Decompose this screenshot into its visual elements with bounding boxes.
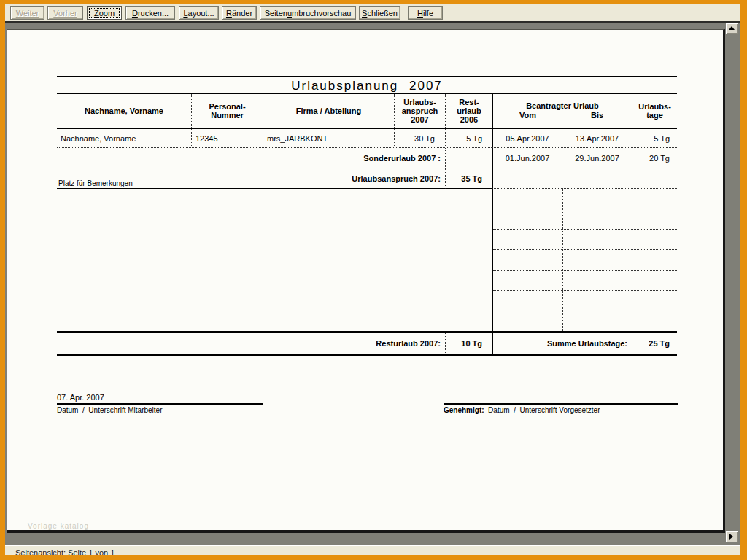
app-window: { "toolbar": { "buttons": [ {"label": "W… [0, 0, 747, 560]
supervisor-caption-text: Datum / Unterschrift Vorgesetzter [484, 406, 600, 414]
help-button[interactable]: Hilfe [408, 6, 443, 20]
header-requested-vacation: Beantragter Urlaub [493, 101, 632, 111]
next-page-button: Weiter [10, 6, 44, 20]
total-vacation-days-label: Summe Urlaubstage: [492, 332, 632, 354]
print-preview-area: Urlaubsplanung 2007 Nachname, Vorname Pe… [5, 23, 740, 545]
up-triangle-icon [729, 26, 735, 30]
header-requested-vacation-group: Beantragter Urlaub Vom Bis [492, 94, 632, 128]
remarks-area [57, 189, 492, 331]
supervisor-signature-caption: Genehmigt: Datum / Unterschrift Vorgeset… [444, 405, 678, 414]
remaining-vacation-value: 10 Tg [445, 332, 492, 354]
empty-vacation-rows [492, 189, 677, 331]
cell-vacation-days: 5 Tg [632, 129, 677, 147]
header-company-department: Firma / Abteilung [263, 94, 394, 128]
empty-cell [632, 168, 677, 189]
supervisor-signature-line [444, 393, 678, 405]
total-vacation-days-value: 25 Tg [632, 332, 677, 354]
vacation-planning-form: Urlaubsplanung 2007 Nachname, Vorname Pe… [57, 76, 677, 356]
header-vacation-days: Urlaubs-tage [632, 94, 677, 128]
remarks-and-empty-rows-section [57, 189, 677, 332]
empty-row [493, 189, 677, 209]
supervisor-signature-block: Genehmigt: Datum / Unterschrift Vorgeset… [444, 393, 678, 414]
scrollbar-up-arrow[interactable] [726, 23, 738, 34]
special-leave-days: 20 Tg [632, 148, 677, 168]
status-bar: Seitenansicht: Seite 1 von 1 [5, 545, 740, 555]
special-leave-value-cell [445, 148, 492, 168]
cell-personnel-number: 12345 [191, 129, 263, 147]
header-entitlement-2007: Urlaubs-anspruch 2007 [394, 94, 445, 128]
print-preview-toolbar: Weiter Vorher Zoom Drucken... Layout... … [5, 4, 740, 21]
header-name: Nachname, Vorname [57, 94, 191, 128]
employee-row: Nachname, Vorname 12345 mrs_JARBKONT 30 … [57, 129, 677, 148]
special-leave-to: 29.Jun.2007 [562, 148, 632, 168]
empty-cell [562, 168, 632, 189]
empty-row [493, 311, 677, 331]
margins-button[interactable]: Ränder [222, 6, 257, 20]
empty-row [493, 291, 677, 311]
status-bar-text: Seitenansicht: Seite 1 von 1 [15, 548, 115, 555]
print-button[interactable]: Drucken... [125, 6, 175, 20]
close-button[interactable]: Schließen [359, 6, 400, 20]
summary-row: Resturlaub 2007: 10 Tg Summe Urlaubstage… [57, 332, 677, 356]
cell-entitlement-2007: 30 Tg [394, 129, 445, 147]
previous-page-button: Vorher [47, 6, 83, 20]
special-leave-label: Sonderurlaub 2007 : [57, 148, 445, 168]
cell-employee-name: Nachname, Vorname [57, 129, 191, 147]
preview-page[interactable]: Urlaubsplanung 2007 Nachname, Vorname Pe… [7, 29, 725, 533]
employee-signature-block: 07. Apr. 2007 Datum / Unterschrift Mitar… [57, 393, 263, 414]
form-title: Urlaubsplanung 2007 [57, 76, 677, 94]
header-carryover-2006: Rest-urlaub 2006 [445, 94, 492, 128]
empty-row [493, 271, 677, 291]
table-header-row: Nachname, Vorname Personal-Nummer Firma … [57, 94, 677, 129]
header-personnel-number: Personal-Nummer [191, 94, 263, 128]
zoom-button[interactable]: Zoom [87, 6, 122, 20]
page-break-preview-button[interactable]: Seitenumbruchvorschau [260, 6, 356, 20]
entitlement-total-row: Urlaubsanspruch 2007: 35 Tg Platz für Be… [57, 168, 677, 189]
header-from: Vom [493, 111, 562, 120]
right-triangle-icon [729, 534, 733, 540]
empty-row [493, 230, 677, 250]
empty-row [493, 250, 677, 271]
remarks-label: Platz für Bemerkungen [58, 179, 133, 187]
cell-vacation-from: 05.Apr.2007 [492, 129, 562, 147]
cell-carryover-2006: 5 Tg [445, 129, 492, 147]
cell-company-department: mrs_JARBKONT [263, 129, 394, 147]
template-watermark: Vorlage katalog [28, 522, 89, 530]
empty-cell [492, 168, 562, 189]
approved-label: Genehmigt: [444, 406, 484, 414]
remaining-vacation-label: Resturlaub 2007: [57, 332, 445, 354]
entitlement-total-value: 35 Tg [445, 168, 492, 189]
employee-signature-caption: Datum / Unterschrift Mitarbeiter [57, 405, 263, 414]
header-to: Bis [562, 111, 632, 120]
employee-signature-date: 07. Apr. 2007 [57, 393, 263, 405]
special-leave-from: 01.Jun.2007 [492, 148, 562, 168]
page-setup-button[interactable]: Layout... [179, 6, 219, 20]
empty-row [493, 209, 677, 230]
cell-vacation-to: 13.Apr.2007 [562, 129, 632, 147]
scrollbar-right-arrow[interactable] [726, 531, 738, 542]
special-leave-row: Sonderurlaub 2007 : 01.Jun.2007 29.Jun.2… [57, 148, 677, 168]
